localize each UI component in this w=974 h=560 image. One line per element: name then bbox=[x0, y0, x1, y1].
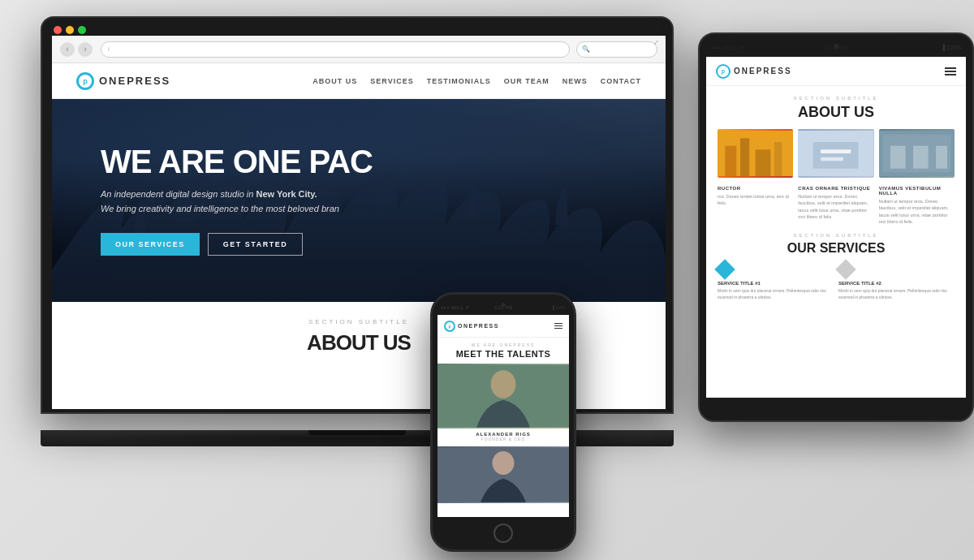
phone-nav: p ONEPRESS bbox=[437, 315, 569, 338]
svg-rect-7 bbox=[821, 149, 851, 153]
laptop-frame: ‹ › i 🔍 ⤢ p O bbox=[41, 16, 674, 414]
laptop-hero-section: WE ARE ONE PAC An independent digital de… bbox=[52, 99, 666, 302]
svg-rect-4 bbox=[774, 142, 782, 176]
tablet-col2: CRAS ORNARE TRISTIQUE Nullam ut tempor e… bbox=[798, 186, 873, 225]
svg-rect-11 bbox=[890, 146, 906, 169]
minimize-button-icon bbox=[66, 26, 74, 34]
hero-buttons: OUR SERVICES GET STARTED bbox=[101, 233, 303, 256]
traffic-lights bbox=[54, 26, 86, 34]
phone-meet-talents: MEET THE TALENTS bbox=[437, 349, 569, 359]
tablet-col1-title: RUCTOR bbox=[718, 186, 793, 191]
tablet-service1: SERVICE TITLE #1 Morbi in sem quis dui p… bbox=[718, 262, 834, 300]
phone-person-role: FOUNDER & CEO bbox=[437, 437, 569, 442]
tablet-images bbox=[718, 129, 955, 178]
svg-point-18 bbox=[493, 451, 515, 475]
tablet-col2-title: CRAS ORNARE TRISTIQUE bbox=[798, 186, 873, 191]
laptop-device: ‹ › i 🔍 ⤢ p O bbox=[41, 16, 674, 446]
phone-frame: ●●● BELL ▼ 4:21 PM ▐ 100% p ONEPRESS WE … bbox=[430, 292, 576, 552]
phone-we-are-label: WE ARE ONEPRESS bbox=[437, 338, 569, 349]
nav-our-team[interactable]: OUR TEAM bbox=[504, 77, 549, 85]
tablet-carrier: ●●● BELL ▼ bbox=[711, 45, 795, 50]
get-started-button[interactable]: GET STARTED bbox=[208, 233, 303, 256]
tablet-about-title: ABOUT US bbox=[718, 104, 955, 121]
tablet-col3-title: VIVAMUS VESTIBULUM NULLA bbox=[879, 186, 955, 196]
tablet-col3: VIVAMUS VESTIBULUM NULLA Nullam ut tempo… bbox=[879, 186, 955, 225]
maximize-button-icon bbox=[78, 26, 86, 34]
back-button[interactable]: ‹ bbox=[60, 42, 75, 57]
service1-diamond-icon bbox=[718, 262, 734, 278]
nav-services[interactable]: SERVICES bbox=[370, 77, 413, 85]
tablet-city-image bbox=[718, 129, 793, 178]
nav-testimonials[interactable]: TESTIMONIALS bbox=[427, 77, 491, 85]
laptop-site-nav: p ONEPRESS ABOUT US SERVICES TESTIMONIAL… bbox=[52, 63, 666, 99]
svg-rect-8 bbox=[821, 157, 843, 162]
tablet-nav: p ONEPRESS bbox=[706, 57, 966, 86]
service2-title: SERVICE TITLE #2 bbox=[838, 281, 955, 286]
svg-rect-13 bbox=[936, 146, 947, 169]
tablet-logo-icon: p bbox=[716, 64, 730, 79]
close-button-icon bbox=[54, 26, 62, 34]
phone-logo-name: ONEPRESS bbox=[458, 323, 554, 329]
service2-diamond-icon bbox=[838, 262, 855, 278]
phone-time: 4:21 PM bbox=[482, 305, 524, 310]
svg-rect-12 bbox=[913, 146, 929, 169]
tablet-screen: p ONEPRESS SECTION SUBTITLE ABOUT US bbox=[706, 57, 966, 398]
browser-nav-buttons: ‹ › bbox=[60, 42, 93, 57]
tablet-services-title: OUR SERVICES bbox=[718, 241, 955, 256]
laptop-nav-links: ABOUT US SERVICES TESTIMONIALS OUR TEAM … bbox=[312, 77, 641, 85]
tablet-device: ●●● BELL ▼ 4:21 PM ▐ 100% p ONEPRESS SEC… bbox=[698, 32, 974, 422]
tablet-three-columns: RUCTOR ros. Donec ientiet luttos uma, ie… bbox=[718, 186, 955, 225]
tablet-services-subtitle: SECTION SUBTITLE bbox=[718, 233, 955, 238]
browser-bar: ‹ › i 🔍 ⤢ bbox=[52, 36, 666, 63]
url-bar[interactable]: i bbox=[101, 41, 570, 58]
hero-subtitle: An independent digital design studio in … bbox=[101, 187, 339, 216]
nav-news[interactable]: NEWS bbox=[562, 77, 588, 85]
svg-rect-3 bbox=[756, 149, 771, 176]
phone-status-bar: ●●● BELL ▼ 4:21 PM ▐ 100% bbox=[441, 303, 566, 312]
phone-device: ●●● BELL ▼ 4:21 PM ▐ 100% p ONEPRESS WE … bbox=[430, 292, 576, 552]
tablet-work-image bbox=[798, 129, 873, 178]
tablet-services-row: SERVICE TITLE #1 Morbi in sem quis dui p… bbox=[718, 262, 955, 300]
tablet-time: 4:21 PM bbox=[795, 45, 878, 50]
phone-hamburger-menu[interactable] bbox=[554, 323, 562, 330]
phone-logo-icon: p bbox=[444, 321, 455, 332]
search-bar[interactable]: 🔍 bbox=[576, 41, 657, 58]
tablet-service2: SERVICE TITLE #2 Morbi in sem quis dui p… bbox=[838, 262, 955, 300]
tablet-office-image bbox=[879, 129, 955, 178]
tablet-col2-text: Nullam ut tempor eros. Donec faucibus, v… bbox=[798, 193, 873, 220]
forward-button[interactable]: › bbox=[78, 42, 93, 57]
nav-about[interactable]: ABOUT US bbox=[312, 77, 357, 85]
browser-expand-icon: ⤢ bbox=[653, 39, 659, 46]
tablet-logo-name: ONEPRESS bbox=[734, 67, 792, 75]
service1-title: SERVICE TITLE #1 bbox=[718, 281, 834, 286]
phone-screen: p ONEPRESS WE ARE ONEPRESS MEET THE TALE… bbox=[437, 315, 569, 517]
phone-person1-image bbox=[437, 364, 569, 429]
tablet-about-section: SECTION SUBTITLE ABOUT US bbox=[706, 86, 966, 310]
phone-person2-image bbox=[437, 446, 569, 503]
service1-text: Morbi in sem quis dui placerat ornare. P… bbox=[718, 288, 834, 300]
laptop-nav-logo: p ONEPRESS bbox=[76, 72, 170, 90]
tablet-frame: ●●● BELL ▼ 4:21 PM ▐ 100% p ONEPRESS SEC… bbox=[698, 32, 974, 422]
nav-contact[interactable]: CONTACT bbox=[601, 77, 641, 85]
tablet-col1: RUCTOR ros. Donec ientiet luttos uma, ie… bbox=[718, 186, 793, 225]
tablet-battery: ▐ 100% bbox=[877, 45, 961, 50]
logo-icon: p bbox=[76, 72, 94, 90]
tablet-col1-text: ros. Donec ientiet luttos uma, iero id f… bbox=[718, 193, 793, 207]
logo-name: ONEPRESS bbox=[99, 75, 170, 87]
tablet-about-subtitle: SECTION SUBTITLE bbox=[718, 96, 955, 101]
phone-battery: ▐ 100% bbox=[524, 305, 566, 310]
svg-rect-2 bbox=[740, 138, 749, 176]
hero-title: WE ARE ONE PAC bbox=[101, 145, 373, 178]
tablet-logo: p ONEPRESS bbox=[716, 64, 792, 79]
tablet-col3-text: Nullam ut tempor eros. Donec faucibus, v… bbox=[879, 198, 955, 225]
hamburger-menu[interactable] bbox=[945, 67, 956, 75]
phone-carrier: ●●● BELL ▼ bbox=[441, 305, 482, 310]
tablet-status-bar: ●●● BELL ▼ 4:21 PM ▐ 100% bbox=[711, 41, 961, 54]
phone-home-button[interactable] bbox=[493, 523, 513, 543]
service2-text: Morbi in sem quis dui placerat ornare. P… bbox=[838, 288, 955, 300]
svg-rect-6 bbox=[813, 142, 859, 169]
svg-rect-1 bbox=[725, 146, 736, 176]
our-services-button[interactable]: OUR SERVICES bbox=[101, 233, 200, 256]
svg-rect-16 bbox=[437, 364, 569, 427]
